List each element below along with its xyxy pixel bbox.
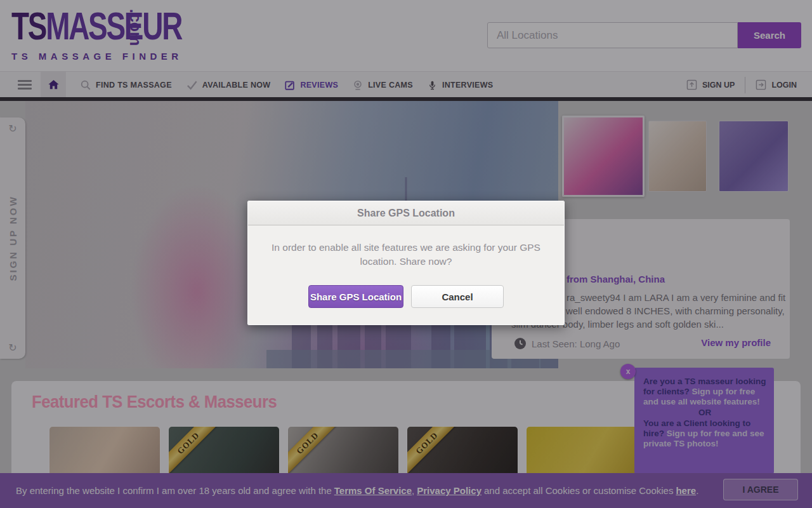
modal-buttons: Share GPS Location Cancel: [266, 285, 546, 308]
modal-message: In order to enable all site features we …: [266, 241, 546, 269]
modal-body: In order to enable all site features we …: [248, 225, 564, 324]
modal-title: Share GPS Location: [357, 208, 455, 219]
cancel-button[interactable]: Cancel: [411, 285, 504, 308]
gps-location-modal: Share GPS Location In order to enable al…: [247, 201, 565, 325]
modal-header: Share GPS Location: [248, 201, 564, 225]
share-gps-location-button[interactable]: Share GPS Location: [308, 285, 403, 308]
